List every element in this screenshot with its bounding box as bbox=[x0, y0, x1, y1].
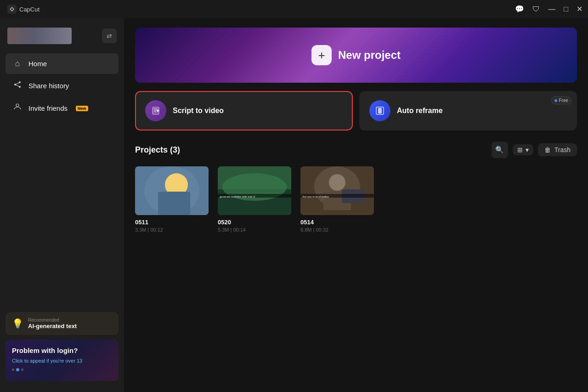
project-name-0511: 0511 bbox=[135, 219, 209, 226]
svg-point-7 bbox=[16, 104, 19, 107]
promo-subtitle: Click to appeal if you're over 13 bbox=[12, 358, 112, 364]
titlebar-left: CapCut bbox=[7, 5, 40, 14]
script-icon bbox=[151, 106, 161, 116]
new-project-plus-icon: + bbox=[311, 45, 332, 65]
close-button[interactable]: ✕ bbox=[577, 6, 582, 13]
recommended-text: Recommended AI-generated text bbox=[28, 318, 77, 330]
trash-label: Trash bbox=[554, 146, 571, 153]
promo-dot-3 bbox=[21, 369, 23, 371]
projects-header: Projects (3) 🔍 ⊞ ▾ 🗑 Trash bbox=[135, 142, 577, 158]
trash-button[interactable]: 🗑 Trash bbox=[538, 143, 577, 156]
svg-point-1 bbox=[11, 8, 13, 10]
main-content: + New project Script to video bbox=[124, 18, 588, 392]
recommended-label-main: AI-generated text bbox=[28, 323, 77, 330]
sidebar-item-invite-friends-label: Invite friends bbox=[28, 104, 68, 112]
capcut-logo-icon bbox=[7, 5, 17, 14]
chat-icon[interactable]: 💬 bbox=[515, 6, 524, 13]
project-thumb-0520: generate subtitles with one cl bbox=[218, 166, 291, 215]
maximize-button[interactable]: □ bbox=[564, 6, 568, 13]
sidebar-item-share-history[interactable]: Share history bbox=[6, 75, 119, 97]
project-meta-0520: 5.3M | 00:14 bbox=[218, 227, 291, 233]
project-thumb-0514: Are you in to of ladies bbox=[300, 166, 374, 215]
auto-reframe-icon-circle bbox=[369, 100, 390, 121]
svg-rect-18 bbox=[158, 192, 190, 215]
titlebar: CapCut 💬 🛡 — □ ✕ bbox=[0, 0, 588, 18]
free-badge-label: Free bbox=[559, 98, 568, 103]
sidebar-bottom: 💡 Recommended AI-generated text Problem … bbox=[0, 307, 124, 386]
auto-reframe-label: Auto reframe bbox=[397, 107, 443, 115]
thumb-svg-0511 bbox=[135, 166, 209, 215]
recommended-label-small: Recommended bbox=[28, 318, 77, 323]
new-project-banner[interactable]: + New project bbox=[135, 28, 577, 83]
project-meta-0514: 8.8M | 00:32 bbox=[300, 227, 374, 233]
promo-pagination bbox=[12, 368, 112, 371]
svg-point-26 bbox=[329, 174, 345, 191]
sidebar-navigation: ⌂ Home Share history bbox=[0, 51, 124, 121]
project-item-0511[interactable]: 0511 3.3M | 00:12 bbox=[135, 166, 209, 233]
recommended-icon: 💡 bbox=[12, 318, 23, 329]
switch-icon: ⇄ bbox=[107, 32, 112, 40]
projects-grid: 0511 3.3M | 00:12 generate subtitles wit… bbox=[135, 166, 577, 233]
sidebar-item-share-history-label: Share history bbox=[28, 82, 69, 90]
feature-cards-row: Script to video Auto reframe Free bbox=[135, 91, 577, 131]
minimize-button[interactable]: — bbox=[548, 6, 555, 13]
projects-actions: 🔍 ⊞ ▾ 🗑 Trash bbox=[492, 142, 577, 158]
main-layout: ⇄ ⌂ Home Share history bbox=[0, 18, 588, 392]
project-name-0514: 0514 bbox=[300, 219, 374, 226]
view-toggle-button[interactable]: ⊞ ▾ bbox=[513, 144, 533, 155]
new-project-inner: + New project bbox=[311, 45, 401, 65]
project-meta-0511: 3.3M | 00:12 bbox=[135, 227, 209, 233]
account-section: ⇄ bbox=[0, 24, 124, 51]
new-project-label: New project bbox=[338, 49, 401, 62]
svg-text:Are you in to of ladies: Are you in to of ladies bbox=[302, 195, 329, 198]
free-badge-dot bbox=[554, 99, 557, 102]
shield-icon[interactable]: 🛡 bbox=[532, 6, 540, 13]
reframe-icon bbox=[375, 106, 385, 116]
free-badge: Free bbox=[551, 97, 571, 104]
feature-card-script-to-video[interactable]: Script to video bbox=[135, 91, 353, 131]
svg-text:generate subtitles with one cl: generate subtitles with one cl bbox=[220, 195, 255, 198]
promo-title: Problem with login? bbox=[12, 346, 112, 355]
grid-icon: ⊞ bbox=[517, 146, 523, 153]
home-icon: ⌂ bbox=[13, 59, 22, 68]
thumb-svg-0520: generate subtitles with one cl bbox=[218, 166, 291, 215]
project-item-0520[interactable]: generate subtitles with one cl 0520 5.3M… bbox=[218, 166, 291, 233]
project-thumb-0511 bbox=[135, 166, 209, 215]
app-logo: CapCut bbox=[7, 5, 40, 14]
project-name-0520: 0520 bbox=[218, 219, 291, 226]
recommended-card[interactable]: 💡 Recommended AI-generated text bbox=[6, 312, 119, 335]
svg-rect-14 bbox=[378, 108, 382, 114]
account-avatar[interactable] bbox=[7, 28, 72, 44]
feature-card-auto-reframe[interactable]: Auto reframe Free bbox=[359, 91, 577, 131]
window-controls: 💬 🛡 — □ ✕ bbox=[515, 6, 582, 13]
projects-title: Projects (3) bbox=[135, 145, 180, 155]
search-icon: 🔍 bbox=[495, 146, 504, 154]
account-switch-button[interactable]: ⇄ bbox=[102, 28, 117, 43]
invite-icon bbox=[13, 103, 22, 114]
sidebar-item-invite-friends[interactable]: Invite friends New bbox=[6, 97, 119, 119]
share-icon bbox=[13, 80, 22, 91]
trash-icon: 🗑 bbox=[544, 146, 551, 153]
promo-dot-2 bbox=[16, 368, 19, 371]
promo-dot-1 bbox=[12, 369, 14, 371]
promo-card[interactable]: Problem with login? Click to appeal if y… bbox=[6, 340, 119, 381]
sidebar-item-home[interactable]: ⌂ Home bbox=[6, 53, 119, 74]
sidebar: ⇄ ⌂ Home Share history bbox=[0, 18, 124, 392]
new-badge: New bbox=[76, 106, 88, 111]
script-to-video-label: Script to video bbox=[173, 107, 224, 115]
project-item-0514[interactable]: Are you in to of ladies 0514 8.8M | 00:3… bbox=[300, 166, 374, 233]
app-name: CapCut bbox=[19, 6, 40, 13]
search-button[interactable]: 🔍 bbox=[492, 142, 508, 158]
thumb-svg-0514: Are you in to of ladies bbox=[300, 166, 374, 215]
view-chevron-icon: ▾ bbox=[526, 146, 529, 153]
svg-line-5 bbox=[15, 82, 20, 85]
sidebar-item-home-label: Home bbox=[28, 60, 47, 68]
script-to-video-icon-circle bbox=[145, 100, 166, 121]
svg-line-6 bbox=[15, 85, 20, 87]
